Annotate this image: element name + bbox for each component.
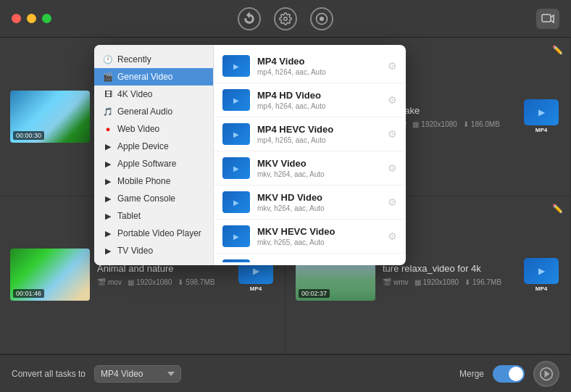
resolution-meta: ▦ 1920x1080 xyxy=(412,120,457,128)
traffic-lights xyxy=(12,14,51,23)
maximize-button[interactable] xyxy=(42,14,51,23)
format-name: MKV HEVC Video xyxy=(257,226,380,237)
close-button[interactable] xyxy=(12,14,21,23)
output-format-label: MP4 xyxy=(535,285,547,292)
format-video-icon xyxy=(222,191,250,213)
format-specs: mkv, h264, aac, Auto xyxy=(257,170,380,178)
clock-icon: 🕐 xyxy=(103,55,113,64)
media-icon[interactable] xyxy=(310,7,333,30)
format-list-item[interactable]: MP4 HEVC Video mp4, h265, aac, Auto ⚙ xyxy=(214,117,406,151)
format-info: MKV Video mkv, h264, aac, Auto xyxy=(257,158,380,178)
format-list-item[interactable]: MP4 HD Video mp4, h264, aac, Auto ⚙ xyxy=(214,83,406,117)
video-meta: 🎬 mov ▦ 1920x1080 ⬇ 598.7MB xyxy=(97,278,230,286)
format-name: MP4 HD Video xyxy=(257,90,380,101)
titlebar-icons xyxy=(238,7,333,30)
sidebar-item-general-audio[interactable]: 🎵 General Audio xyxy=(94,103,213,120)
format-list-item[interactable]: MKV Video mkv, h264, aac, Auto ⚙ xyxy=(214,151,406,185)
format-specs: mkv, h265, aac, Auto xyxy=(257,238,380,246)
sidebar-item-apple-software[interactable]: ▶ Apple Software xyxy=(94,155,213,172)
sidebar-item-portable-video-player[interactable]: ▶ Portable Video Player xyxy=(94,225,213,242)
size-meta: ⬇ 598.7MB xyxy=(178,278,214,286)
sidebar-item-web-video[interactable]: ● Web Video xyxy=(94,120,213,138)
format-video-icon xyxy=(222,225,250,247)
format-meta: 🎬 mov xyxy=(97,278,122,286)
format-info: MP4 Video mp4, h264, aac, Auto xyxy=(257,56,380,76)
format-name: MKV HD Video xyxy=(257,192,380,203)
format-info: AVI Video avi, mjpeg, mp2, Auto xyxy=(257,260,380,262)
format-list-item[interactable]: MKV HEVC Video mkv, h265, aac, Auto ⚙ xyxy=(214,220,406,254)
format-icon: 🎬 xyxy=(383,278,391,286)
size-meta: ⬇ 186.0MB xyxy=(463,120,500,128)
format-name: MP4 Video xyxy=(257,56,380,67)
video-thumbnail: 00:01:46 xyxy=(10,249,90,301)
gear-icon[interactable]: ⚙ xyxy=(388,196,397,208)
output-format-label: MP4 xyxy=(535,127,547,133)
sidebar-item-4k-video[interactable]: 🎞 4K Video xyxy=(94,86,213,103)
chevron-right-icon: ▶ xyxy=(103,159,113,169)
titlebar xyxy=(0,0,571,38)
output-format-badge[interactable]: MP4 xyxy=(522,99,560,133)
video-title: ture relaxa_video for 4k xyxy=(383,263,515,274)
svg-point-0 xyxy=(284,17,288,20)
format-list-item[interactable]: MKV HD Video mkv, h264, aac, Auto ⚙ xyxy=(214,185,406,220)
format-list[interactable]: MP4 Video mp4, h264, aac, Auto ⚙ MP4 HD … xyxy=(214,45,406,262)
format-meta: 🎬 wmv xyxy=(383,278,409,286)
sidebar-item-game-console[interactable]: ▶ Game Console xyxy=(94,190,213,207)
convert-format-select[interactable]: MP4 Video MKV Video AVI Video xyxy=(94,365,181,383)
sidebar-item-apple-device[interactable]: ▶ Apple Device xyxy=(94,138,213,155)
sidebar-item-tv-video[interactable]: ▶ TV Video xyxy=(94,242,213,259)
gear-icon[interactable]: ⚙ xyxy=(388,60,397,72)
svg-point-2 xyxy=(320,17,324,20)
output-format-badge[interactable]: MP4 xyxy=(522,258,560,292)
resolution-icon: ▦ xyxy=(128,278,134,286)
format-video-icon xyxy=(222,55,250,77)
merge-toggle[interactable] xyxy=(493,365,525,383)
output-format-icon xyxy=(524,258,559,284)
video-thumbnail: 00:00:30 xyxy=(10,91,90,143)
main-content: 00:00:30 ocean mark and house 🎬 mkv ▦ 19… xyxy=(0,38,571,354)
chevron-right-icon: ▶ xyxy=(103,212,113,221)
video-info: ture relaxa_video for 4k 🎬 wmv ▦ 1920x10… xyxy=(383,263,515,286)
sidebar-item-tablet[interactable]: ▶ Tablet xyxy=(94,207,213,225)
duration-badge: 00:02:37 xyxy=(299,289,330,298)
resolution-icon: ▦ xyxy=(414,278,421,286)
add-media-button[interactable] xyxy=(536,9,559,29)
format-name: MKV Video xyxy=(257,158,380,169)
format-list-item[interactable]: MP4 Video mp4, h264, aac, Auto ⚙ xyxy=(214,49,406,83)
format-info: MP4 HEVC Video mp4, h265, aac, Auto xyxy=(257,124,380,144)
settings-icon[interactable] xyxy=(274,7,297,30)
format-specs: mp4, h264, aac, Auto xyxy=(257,102,380,110)
svg-rect-3 xyxy=(542,14,551,22)
chevron-right-icon: ▶ xyxy=(103,194,113,204)
gear-icon[interactable]: ⚙ xyxy=(388,128,397,140)
video-info: Animal and nature 🎬 mov ▦ 1920x1080 ⬇ 59… xyxy=(97,263,230,286)
edit-button[interactable]: ✏️ xyxy=(552,45,563,55)
rotate-icon[interactable] xyxy=(238,7,261,30)
format-info: MP4 HD Video mp4, h264, aac, Auto xyxy=(257,90,380,110)
chevron-right-icon: ▶ xyxy=(103,177,113,186)
web-icon: ● xyxy=(103,125,113,133)
format-specs: mkv, h264, aac, Auto xyxy=(257,204,380,212)
edit-button[interactable]: ✏️ xyxy=(552,204,563,214)
format-name: AVI Video xyxy=(257,260,380,262)
minimize-button[interactable] xyxy=(27,14,36,23)
sidebar-item-recently[interactable]: 🕐 Recently xyxy=(94,51,213,68)
format-icon: 🎬 xyxy=(97,278,106,286)
sidebar-item-mobile-phone[interactable]: ▶ Mobile Phone xyxy=(94,172,213,190)
convert-button[interactable] xyxy=(533,361,559,387)
video-meta: 🎬 wmv ▦ 1920x1080 ⬇ 196.7MB xyxy=(383,278,515,286)
chevron-right-icon: ▶ xyxy=(103,229,113,238)
size-icon: ⬇ xyxy=(178,278,183,286)
format-dropdown[interactable]: 🕐 Recently 🎬 General Video 🎞 4K Video 🎵 … xyxy=(94,45,406,265)
format-sidebar: 🕐 Recently 🎬 General Video 🎞 4K Video 🎵 … xyxy=(94,45,214,265)
duration-badge: 00:01:46 xyxy=(13,289,44,298)
gear-icon[interactable]: ⚙ xyxy=(388,230,397,242)
size-icon: ⬇ xyxy=(463,120,469,128)
gear-icon[interactable]: ⚙ xyxy=(388,162,397,174)
format-name: MP4 HEVC Video xyxy=(257,124,380,135)
resolution-icon: ▦ xyxy=(412,120,419,128)
format-list-item[interactable]: AVI Video avi, mjpeg, mp2, Auto ⚙ xyxy=(214,254,406,262)
video-icon: 🎬 xyxy=(103,72,113,82)
gear-icon[interactable]: ⚙ xyxy=(388,94,397,106)
sidebar-item-general-video[interactable]: 🎬 General Video xyxy=(94,68,213,86)
